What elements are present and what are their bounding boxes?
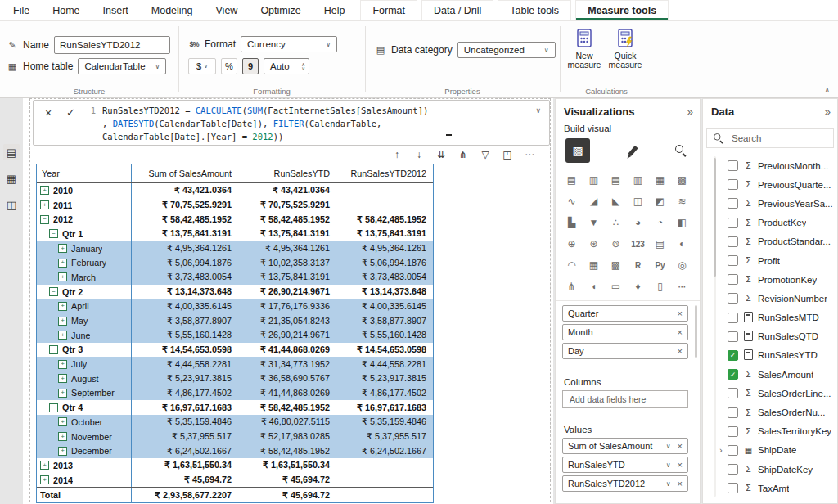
field-checkbox[interactable] [728, 445, 738, 456]
expand-all-down-one-level-icon[interactable]: ⇊ [435, 149, 447, 160]
expand-toggle-icon[interactable]: + [40, 461, 49, 470]
filter-icon[interactable]: ▽ [480, 149, 491, 160]
matrix-row[interactable]: +February₹ 5,06,994.1876₹ 10,02,358.3137… [37, 255, 433, 270]
field-checkbox[interactable] [728, 464, 738, 475]
expand-toggle-icon[interactable]: − [49, 229, 58, 238]
expand-toggle-icon[interactable]: + [58, 360, 67, 369]
scatter-chart-icon[interactable]: ∴ [605, 212, 627, 233]
field-checkbox[interactable]: ✓ [728, 369, 738, 380]
table-icon[interactable]: ▦ [583, 254, 605, 276]
matrix-row[interactable]: +January₹ 4,95,364.1261₹ 4,95,364.1261₹ … [37, 241, 433, 256]
matrix-row[interactable]: Total₹ 2,93,58,677.2207₹ 45,694.72 [37, 487, 433, 502]
matrix-row[interactable]: +2010₹ 43,421.0364₹ 43,421.0364 [37, 183, 433, 198]
expand-toggle-icon[interactable]: + [58, 317, 67, 326]
formula-cancel-icon[interactable]: × [45, 107, 52, 119]
pie-chart-icon[interactable]: ◕ [627, 212, 649, 233]
field-checkbox[interactable] [728, 331, 738, 342]
ribbon-chart-icon[interactable]: ≋ [671, 191, 693, 212]
field-item[interactable]: ΣProfit [703, 251, 836, 270]
remove-field-icon[interactable]: × [678, 327, 683, 337]
collapse-visualizations-panel-icon[interactable]: » [687, 106, 693, 118]
data-category-dropdown[interactable]: Uncategorized ∨ [457, 42, 556, 58]
field-item[interactable]: ΣPreviousMonth... [703, 156, 836, 175]
matrix-row[interactable]: +August₹ 5,23,917.3815₹ 36,58,690.5767₹ … [37, 371, 433, 386]
more-options-icon[interactable]: ⋯ [524, 149, 535, 160]
field-menu-chevron-icon[interactable]: ∨ [666, 461, 671, 469]
100-stacked-column-chart-icon[interactable]: ▩ [671, 169, 693, 191]
new-measure-button[interactable]: New measure [565, 28, 604, 70]
quick-measure-button[interactable]: Quick measure [606, 28, 645, 70]
clustered-column-chart-icon[interactable]: ▥ [627, 169, 649, 191]
matrix-visual[interactable]: YearSum of SalesAmountRunSalesYTDRunSale… [36, 164, 434, 503]
matrix-header-cell[interactable]: Sum of SalesAmount [132, 164, 238, 182]
spinner-arrows-icon[interactable]: ∧∨ [301, 62, 305, 70]
values-field-chip[interactable]: RunSalesYTD∨× [562, 457, 688, 473]
r-script-visual-icon[interactable]: R [627, 254, 649, 276]
expand-toggle-icon[interactable]: + [58, 259, 67, 268]
expand-toggle-icon[interactable]: + [58, 417, 67, 426]
matrix-row[interactable]: +March₹ 3,73,483.0054₹ 13,75,841.3191₹ 3… [37, 270, 433, 285]
smart-narrative-icon[interactable]: ▭ [605, 276, 627, 297]
matrix-row[interactable]: +September₹ 4,86,177.4502₹ 41,44,868.026… [37, 386, 433, 401]
collapse-ribbon-icon[interactable]: ∧ [824, 86, 830, 94]
field-item[interactable]: ΣProductKey [703, 214, 836, 232]
matrix-header-cell[interactable]: Year [37, 164, 132, 182]
columns-well[interactable]: Add data fields here [562, 390, 688, 408]
values-field-chip[interactable]: Sum of SalesAmount∨× [562, 438, 688, 454]
field-item[interactable]: ΣPreviousYearSa... [703, 194, 836, 213]
field-checkbox[interactable] [728, 255, 738, 266]
remove-field-icon[interactable]: × [678, 479, 683, 488]
multi-row-card-icon[interactable]: ▤ [649, 233, 671, 254]
matrix-row[interactable]: −Qtr 3₹ 14,54,653.0598₹ 41,44,868.0269₹ … [37, 343, 433, 358]
tab-measure-tools[interactable]: Measure tools [575, 0, 669, 20]
tab-file[interactable]: File [2, 0, 41, 20]
rows-field-chip[interactable]: Day× [562, 343, 688, 359]
matrix-row[interactable]: +2013₹ 1,63,51,550.34₹ 1,63,51,550.34 [37, 458, 433, 473]
matrix-row[interactable]: +May₹ 3,58,877.8907₹ 21,35,054.8243₹ 3,5… [37, 313, 433, 328]
field-item[interactable]: ΣSalesTerritoryKey [703, 422, 836, 441]
field-checkbox[interactable] [728, 274, 738, 285]
field-item[interactable]: ›▦ShipDate [703, 441, 836, 460]
matrix-row[interactable]: +October₹ 5,35,159.4846₹ 46,80,027.5115₹… [37, 415, 433, 430]
field-checkbox[interactable] [728, 218, 738, 228]
metrics-icon[interactable]: ♦ [627, 276, 649, 297]
field-item[interactable]: ΣRevisionNumber [703, 289, 836, 308]
expand-toggle-icon[interactable]: + [40, 200, 49, 209]
field-item[interactable]: RunSalesQTD [703, 327, 836, 346]
percent-button[interactable]: % [221, 58, 237, 74]
treemap-icon[interactable]: ◧ [671, 212, 693, 233]
remove-field-icon[interactable]: × [678, 460, 683, 470]
gauge-icon[interactable]: ◠ [561, 254, 583, 276]
rows-well-scrollbar[interactable] [695, 305, 697, 358]
formula-commit-icon[interactable]: ✓ [66, 107, 75, 119]
field-search-box[interactable] [706, 128, 834, 148]
expand-toggle-icon[interactable]: + [58, 302, 67, 311]
currency-symbol-button[interactable]: $ ∨ [188, 58, 216, 74]
build-visual-tab[interactable]: ▩ [565, 138, 590, 163]
field-item[interactable]: ΣSalesOrderNu... [703, 403, 836, 421]
matrix-row[interactable]: +November₹ 5,37,955.517₹ 52,17,983.0285₹… [37, 430, 433, 444]
filled-map-icon[interactable]: ⊛ [583, 233, 605, 254]
funnel-chart-icon[interactable]: ▼ [583, 212, 605, 233]
expand-toggle-icon[interactable]: + [58, 244, 67, 253]
tab-help[interactable]: Help [313, 0, 357, 20]
matrix-header-cell[interactable]: RunSalesYTD [238, 164, 336, 182]
search-input[interactable] [730, 133, 827, 144]
go-to-next-level-icon[interactable]: ⋔ [457, 149, 469, 160]
field-checkbox[interactable] [728, 179, 738, 190]
field-checkbox[interactable] [728, 313, 738, 323]
expand-chevron-icon[interactable]: › [719, 445, 728, 455]
field-checkbox[interactable] [728, 198, 738, 209]
model-view-icon[interactable]: ◫ [3, 196, 20, 213]
matrix-row[interactable]: +2014₹ 45,694.72₹ 45,694.72 [37, 473, 433, 488]
matrix-header-cell[interactable]: RunSalesYTD2012 [336, 164, 433, 182]
azure-map-icon[interactable]: ⊚ [605, 233, 627, 254]
field-menu-chevron-icon[interactable]: ∨ [666, 443, 671, 450]
tab-modeling[interactable]: Modeling [140, 0, 205, 20]
field-checkbox[interactable] [728, 236, 738, 247]
matrix-row[interactable]: −2012₹ 58,42,485.1952₹ 58,42,485.1952₹ 5… [37, 212, 433, 227]
line-and-clustered-column-chart-icon[interactable]: ◩ [649, 191, 671, 212]
key-influencers-icon[interactable]: ◎ [671, 254, 693, 276]
field-item[interactable]: RunSalesMTD [703, 308, 836, 327]
field-item[interactable]: ΣTaxAmt [703, 479, 836, 497]
